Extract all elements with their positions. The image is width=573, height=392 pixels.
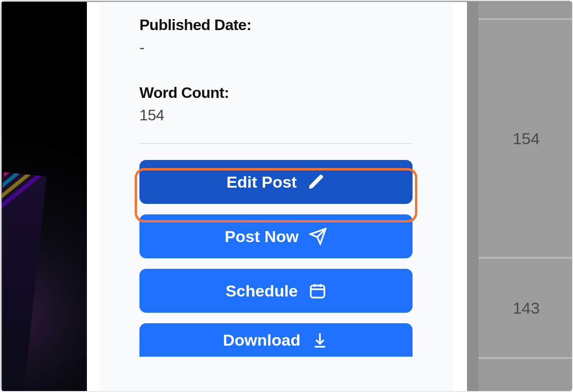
post-thumbnail-strip (2, 2, 87, 391)
table-row: 143 (478, 258, 573, 358)
published-date-value: - (139, 39, 413, 56)
background-table-column: 154 143 (478, 2, 573, 391)
overlay-gutter (467, 2, 478, 391)
table-cell-value: 154 (513, 129, 540, 148)
schedule-label: Schedule (225, 282, 297, 300)
panel-right-scrollbar[interactable] (453, 2, 467, 391)
action-button-stack: Edit Post Post Now Schedule (139, 160, 413, 357)
svg-rect-0 (310, 286, 324, 297)
edit-post-label: Edit Post (226, 173, 297, 191)
table-cell-value: 143 (513, 299, 540, 318)
word-count-label: Word Count: (139, 84, 413, 102)
calendar-icon (308, 282, 327, 300)
table-cell-partial-bottom (478, 358, 573, 392)
table-cell-partial-top (478, 2, 573, 19)
edit-post-button[interactable]: Edit Post (139, 160, 413, 204)
published-date-label: Published Date: (139, 16, 413, 34)
word-count-value: 154 (139, 106, 413, 124)
post-now-label: Post Now (225, 227, 299, 246)
screenshot-frame: Published Date: - Word Count: 154 Edit P… (0, 0, 573, 392)
post-details-panel: Published Date: - Word Count: 154 Edit P… (99, 2, 453, 391)
schedule-button[interactable]: Schedule (139, 269, 413, 313)
post-now-button[interactable]: Post Now (139, 214, 413, 258)
pencil-icon (308, 173, 326, 191)
panel-left-scrollbar[interactable] (87, 2, 99, 391)
divider (139, 143, 413, 144)
download-button[interactable]: Download (139, 323, 413, 357)
download-label: Download (223, 331, 300, 350)
table-row: 154 (478, 19, 573, 258)
screenshot-inner: Published Date: - Word Count: 154 Edit P… (2, 2, 572, 391)
download-icon (311, 331, 329, 349)
paper-plane-icon (309, 227, 327, 245)
